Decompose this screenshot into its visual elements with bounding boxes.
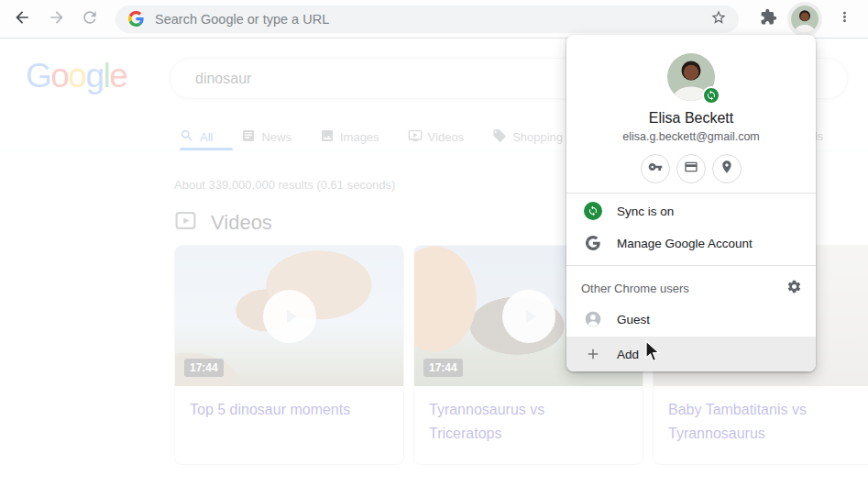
plus-icon: [584, 345, 602, 363]
passwords-button[interactable]: [641, 154, 670, 183]
videos-section-title: Videos: [211, 211, 272, 235]
account-shortcuts: [566, 154, 816, 183]
videos-section-header: Videos: [173, 208, 272, 237]
extensions-button[interactable]: [755, 6, 781, 32]
results-stats: About 339,000,000 results (0.61 seconds): [174, 178, 395, 192]
credit-card-icon: [684, 160, 698, 178]
refresh-icon: [81, 8, 99, 30]
video-thumbnail[interactable]: 17:44: [175, 246, 403, 386]
menu-item-guest[interactable]: Guest: [566, 303, 816, 336]
other-users-label: Other Chrome users: [581, 282, 785, 295]
video-title[interactable]: Top 5 dinosaur moments: [190, 398, 353, 422]
kebab-icon: [837, 9, 852, 28]
map-pin-icon: [720, 160, 734, 178]
bookmark-button[interactable]: [708, 8, 730, 30]
tab-shopping[interactable]: Shopping: [492, 123, 563, 150]
video-icon: [408, 128, 428, 146]
menu-button[interactable]: [831, 6, 857, 32]
sync-icon: [584, 202, 602, 220]
profile-email: elisa.g.beckett@gmail.com: [566, 130, 816, 143]
video-title[interactable]: Baby Tambatitanis vs Tyrannosaurus: [668, 398, 831, 446]
puzzle-icon: [760, 8, 777, 29]
active-tab-underline: [180, 148, 233, 150]
back-button[interactable]: [7, 5, 37, 34]
search-icon: [180, 128, 200, 146]
profile-menu: Elisa Beckett elisa.g.beckett@gmail.com …: [566, 35, 816, 371]
gear-icon: [786, 279, 802, 298]
menu-item-manage-account[interactable]: Manage Google Account: [566, 227, 816, 260]
profile-name: Elisa Beckett: [566, 110, 816, 127]
refresh-button[interactable]: [75, 5, 104, 34]
address-bar[interactable]: Search Google or type a URL: [115, 6, 739, 33]
tab-images[interactable]: Images: [320, 123, 379, 150]
profile-avatar-button[interactable]: [791, 6, 819, 33]
search-query: dinosaur: [195, 71, 251, 87]
play-button[interactable]: [263, 290, 316, 343]
google-g-gray-icon: [584, 234, 602, 252]
google-g-icon: [128, 11, 144, 27]
guest-avatar-icon: [584, 310, 602, 328]
menu-item-add[interactable]: Add: [566, 337, 816, 371]
arrow-left-icon: [13, 8, 31, 30]
manage-users-button[interactable]: [785, 279, 803, 297]
sync-status-label: Sync is on: [617, 205, 674, 218]
url-placeholder: Search Google or type a URL: [155, 12, 708, 27]
video-card[interactable]: 17:44 Top 5 dinosaur moments: [174, 245, 404, 465]
duration-badge: 17:44: [423, 359, 463, 377]
other-users-section: Other Chrome users: [566, 273, 816, 303]
price-tag-icon: [492, 128, 512, 146]
menu-item-sync-status[interactable]: Sync is on: [566, 194, 816, 227]
key-icon: [648, 160, 663, 178]
forward-button[interactable]: [42, 5, 71, 34]
sync-badge-icon: [702, 86, 720, 105]
menu-divider: [566, 265, 816, 266]
mouse-cursor: [644, 340, 665, 364]
profile-avatar-image: [791, 6, 819, 33]
menu-divider: [566, 193, 816, 194]
video-title[interactable]: Tyrannosaurus vs Triceratops: [429, 398, 592, 446]
payments-button[interactable]: [676, 154, 706, 183]
play-box-icon: [173, 208, 198, 237]
arrow-right-icon: [48, 8, 66, 30]
addresses-button[interactable]: [712, 154, 742, 183]
google-logo[interactable]: Google: [26, 57, 126, 95]
star-icon: [710, 9, 727, 29]
result-tabs: All News Images Videos Shopping: [180, 123, 591, 150]
duration-badge: 17:44: [184, 359, 224, 377]
add-label: Add: [617, 348, 639, 361]
browser-toolbar: Search Google or type a URL: [0, 0, 868, 39]
tab-all[interactable]: All: [180, 123, 213, 150]
news-icon: [241, 128, 261, 146]
manage-account-label: Manage Google Account: [617, 237, 753, 250]
tab-news[interactable]: News: [241, 123, 291, 150]
tab-videos[interactable]: Videos: [408, 123, 465, 150]
image-icon: [320, 128, 340, 146]
guest-label: Guest: [617, 313, 650, 327]
play-button[interactable]: [502, 290, 555, 343]
